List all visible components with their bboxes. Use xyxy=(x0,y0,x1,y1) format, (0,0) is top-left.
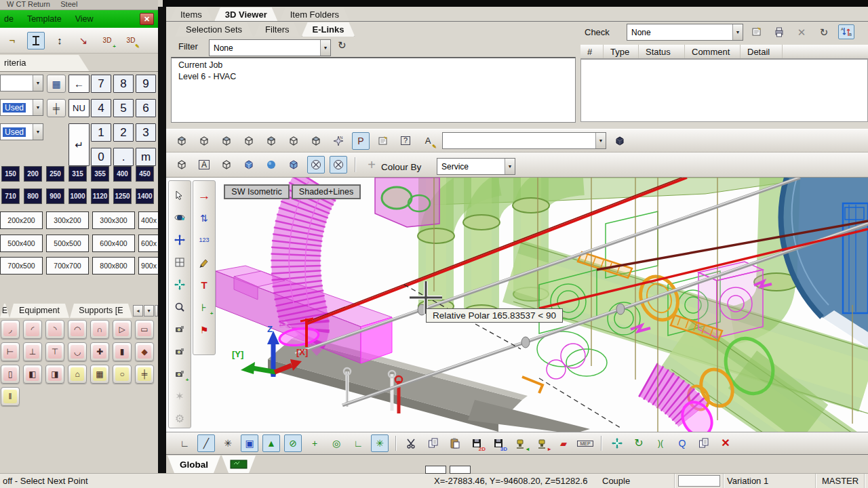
section-on[interactable] xyxy=(307,156,325,174)
station-in[interactable]: ◂ xyxy=(511,434,529,452)
button-800x800[interactable]: 800x800 xyxy=(92,257,135,274)
button-Comment[interactable]: Comment xyxy=(685,45,741,58)
tab-global[interactable]: Global xyxy=(167,455,220,473)
snap-line[interactable]: ╱ xyxy=(197,434,215,452)
view-direction-button[interactable]: SW Isometric xyxy=(224,184,290,199)
fitting-rail[interactable]: ‖ xyxy=(1,387,20,406)
tab-criteria[interactable]: riteria xyxy=(0,55,90,72)
chevron-down-icon[interactable]: ▼ xyxy=(732,24,743,40)
refresh-check-button[interactable]: ↻ xyxy=(816,24,832,39)
paint-tool[interactable] xyxy=(195,253,214,272)
camera-view[interactable] xyxy=(171,320,189,338)
button-1000[interactable]: 1000 xyxy=(68,188,87,204)
fitting-elbow-90[interactable]: ◞ xyxy=(1,320,20,339)
ucs-compass[interactable]: N xyxy=(330,132,347,150)
tab-selection-sets[interactable]: Selection Sets xyxy=(175,22,253,37)
view-cube-right[interactable] xyxy=(240,132,258,150)
zoom-window[interactable] xyxy=(171,298,189,317)
tool-corner-arrow[interactable]: ¬ xyxy=(3,32,21,49)
chevron-down-icon[interactable]: ▼ xyxy=(595,133,606,148)
fitting-tee-1[interactable]: ⊢ xyxy=(1,342,20,361)
button-4[interactable]: 4 xyxy=(91,99,111,117)
fitting-damper2[interactable]: ╪ xyxy=(135,365,154,384)
button-600x400[interactable]: 600x400 xyxy=(92,235,135,252)
flag-tool[interactable]: ⚑ xyxy=(195,321,214,339)
chevron-down-icon[interactable]: ▼ xyxy=(33,124,43,140)
tab-filters[interactable]: Filters xyxy=(254,22,300,37)
snap-center[interactable]: ◎ xyxy=(328,434,345,452)
button-450[interactable]: 450 xyxy=(136,166,154,182)
button-400x[interactable]: 400x xyxy=(138,211,159,229)
tab-equipment[interactable]: Equipment xyxy=(9,304,69,318)
fitting-tee-2[interactable]: ⊥ xyxy=(23,342,42,361)
snap-endpoint[interactable]: ▣ xyxy=(241,434,258,452)
fitting-gooseneck[interactable]: ∩ xyxy=(90,320,109,339)
camera-disabled[interactable]: ✶ xyxy=(171,387,189,405)
view-cube-top[interactable] xyxy=(173,132,191,150)
criteria-combo-1[interactable]: ▼ xyxy=(0,75,43,92)
hidden-cube[interactable] xyxy=(218,156,235,174)
key-enter[interactable]: ↵ xyxy=(68,123,90,166)
snap-star[interactable]: ✳ xyxy=(371,434,389,452)
criteria-combo-3[interactable]: Used▼ xyxy=(0,123,43,140)
paste-button[interactable] xyxy=(446,434,464,452)
delete-check-button[interactable]: ✕ xyxy=(793,24,810,39)
sheets-button[interactable] xyxy=(695,434,713,452)
button-300x200[interactable]: 300x200 xyxy=(46,211,89,229)
snap-offset[interactable]: ∟ xyxy=(176,434,193,452)
wireframe-cube[interactable] xyxy=(173,156,191,174)
crosshair-toggle[interactable]: + xyxy=(363,156,380,174)
button-#[interactable]: # xyxy=(580,45,604,58)
camera-back[interactable] xyxy=(171,342,189,361)
button-250[interactable]: 250 xyxy=(46,166,64,182)
view-cube-back[interactable] xyxy=(285,132,302,150)
button-900[interactable]: 900 xyxy=(46,188,64,204)
button-500x400[interactable]: 500x400 xyxy=(0,235,43,252)
fitting-transition[interactable]: ▭ xyxy=(135,320,154,339)
button-5[interactable]: 5 xyxy=(113,99,134,117)
button-315[interactable]: 315 xyxy=(68,166,87,182)
sort-ab-button[interactable]: AB xyxy=(838,24,854,39)
rotate-button[interactable]: ↻ xyxy=(630,434,648,452)
key-backspace[interactable]: ← xyxy=(68,75,90,93)
snap-nearest[interactable]: ⊘ xyxy=(284,434,302,452)
button-.[interactable]: . xyxy=(113,148,134,166)
fitting-endcap[interactable]: ▯ xyxy=(1,365,20,384)
text-style[interactable]: A xyxy=(195,156,213,174)
button-2[interactable]: 2 xyxy=(113,123,134,142)
button-710[interactable]: 710 xyxy=(1,188,20,204)
fitting-cap3[interactable]: ◨ xyxy=(45,365,64,384)
mini-field-2[interactable] xyxy=(450,466,471,474)
mirror-button[interactable]: )( xyxy=(652,434,669,452)
list-item[interactable]: Level 6 - HVAC xyxy=(172,70,575,81)
fitting-tee-3[interactable]: ⊤ xyxy=(45,342,64,361)
tab-items[interactable]: Items xyxy=(170,7,213,22)
button-300x300[interactable]: 300x300 xyxy=(92,211,135,229)
job-list[interactable]: Current Job Level 6 - HVAC xyxy=(171,57,576,123)
button-Status[interactable]: Status xyxy=(639,45,685,58)
tab-item-folders[interactable]: Item Folders xyxy=(279,7,350,22)
chevron-down-icon[interactable]: ▼ xyxy=(33,100,43,115)
close-icon[interactable]: ✕ xyxy=(140,13,154,25)
button-Type[interactable]: Type xyxy=(604,45,639,58)
button-400[interactable]: 400 xyxy=(113,166,132,182)
solid-cube[interactable] xyxy=(240,156,258,174)
tool-spacing[interactable]: ↕ xyxy=(51,32,68,49)
spell-check[interactable]: A✎ xyxy=(419,132,437,150)
button-Detail[interactable]: Detail xyxy=(741,45,783,58)
viewport-layout[interactable] xyxy=(171,253,189,272)
refresh-icon[interactable]: ↻ xyxy=(338,39,347,52)
filter-combo[interactable]: None▼ xyxy=(209,39,331,56)
orbit-tool[interactable] xyxy=(171,209,189,227)
settings-disabled[interactable]: ⚙ xyxy=(171,409,189,428)
display-options-button[interactable]: ▦ xyxy=(47,75,66,93)
button-355[interactable]: 355 xyxy=(91,166,109,182)
camera-add[interactable]: + xyxy=(171,365,189,383)
button-0[interactable]: 0 xyxy=(91,148,111,166)
button-500x500[interactable]: 500x500 xyxy=(46,235,89,252)
tab-3d-viewer[interactable]: 3D Viewer xyxy=(214,7,278,22)
render-sphere[interactable] xyxy=(262,156,280,174)
chevron-down-icon[interactable]: ▼ xyxy=(320,40,330,56)
button-7[interactable]: 7 xyxy=(91,75,111,93)
fitting-elbow-45[interactable]: ◝ xyxy=(45,320,64,339)
